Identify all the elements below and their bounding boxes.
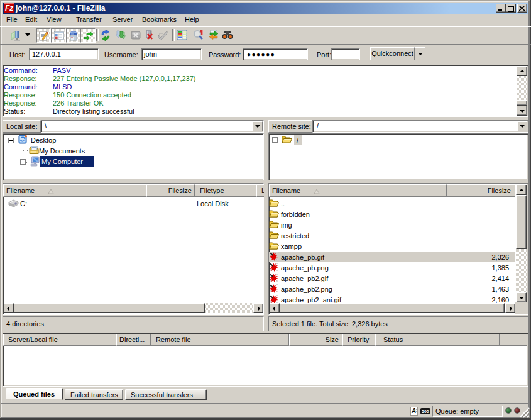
svg-text:Fz: Fz <box>5 4 13 13</box>
